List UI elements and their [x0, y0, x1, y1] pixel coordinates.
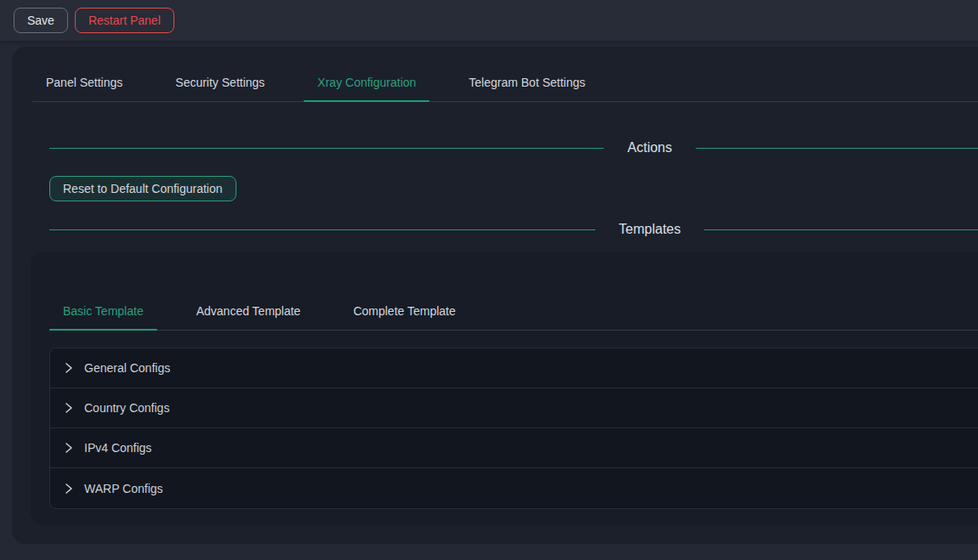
save-button[interactable]: Save: [14, 8, 68, 33]
collapse-item-country-configs[interactable]: Country Configs: [50, 388, 978, 428]
chevron-right-icon: [64, 362, 74, 374]
collapse-item-ipv4-configs[interactable]: IPv4 Configs: [50, 428, 978, 468]
divider-line: [696, 148, 978, 149]
collapse-item-label: WARP Configs: [84, 482, 163, 495]
tab-complete-template[interactable]: Complete Template: [339, 292, 469, 330]
divider-line: [49, 229, 595, 230]
settings-card: Panel Settings Security Settings Xray Co…: [12, 47, 978, 544]
collapse-item-warp-configs[interactable]: WARP Configs: [50, 468, 978, 508]
top-action-bar: Save Restart Panel: [0, 0, 978, 41]
templates-divider: Templates: [49, 220, 978, 239]
tab-xray-configuration[interactable]: Xray Configuration: [304, 64, 429, 101]
tab-basic-template[interactable]: Basic Template: [49, 292, 157, 330]
tab-advanced-template[interactable]: Advanced Template: [183, 292, 315, 330]
divider-line: [49, 148, 604, 149]
templates-divider-label: Templates: [619, 222, 681, 237]
divider-line: [704, 229, 978, 230]
collapse-item-label: Country Configs: [84, 401, 169, 415]
collapse-item-general-configs[interactable]: General Configs: [50, 348, 978, 388]
collapse-item-label: IPv4 Configs: [84, 441, 151, 455]
tab-panel-settings[interactable]: Panel Settings: [32, 64, 136, 101]
actions-divider-label: Actions: [628, 140, 672, 156]
reset-to-default-button[interactable]: Reset to Default Configuration: [49, 176, 236, 201]
page: Save Restart Panel Panel Settings Securi…: [0, 0, 978, 560]
chevron-right-icon: [64, 402, 74, 414]
xray-configuration-pane: Actions Reset to Default Configuration T…: [32, 139, 978, 525]
restart-panel-button[interactable]: Restart Panel: [75, 8, 174, 33]
chevron-right-icon: [64, 442, 74, 454]
templates-card: Basic Template Advanced Template Complet…: [31, 252, 978, 525]
chevron-right-icon: [64, 483, 74, 495]
actions-divider: Actions: [49, 139, 978, 157]
template-tab-bar: Basic Template Advanced Template Complet…: [49, 292, 978, 331]
tab-security-settings[interactable]: Security Settings: [162, 64, 278, 101]
tab-telegram-bot-settings[interactable]: Telegram Bot Settings: [455, 64, 599, 101]
collapse-item-label: General Configs: [84, 361, 170, 375]
config-collapse-list: General Configs Country Configs IPv4 Con…: [49, 348, 978, 509]
settings-tab-bar: Panel Settings Security Settings Xray Co…: [32, 64, 978, 102]
